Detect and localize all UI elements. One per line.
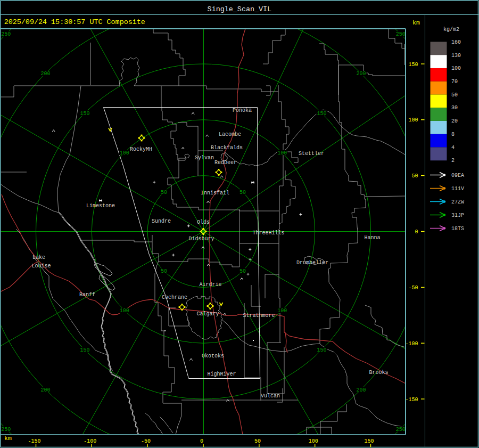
svg-text:100: 100 — [408, 117, 418, 123]
svg-text:100: 100 — [120, 308, 129, 314]
svg-text:20: 20 — [451, 118, 458, 124]
svg-text:160: 160 — [451, 39, 461, 45]
svg-text:50: 50 — [161, 190, 167, 196]
svg-text:30: 30 — [451, 105, 458, 111]
svg-text:Brooks: Brooks — [369, 370, 389, 376]
svg-text:150: 150 — [317, 347, 326, 353]
svg-text:Airdrie: Airdrie — [200, 282, 222, 288]
svg-text:Sundre: Sundre — [152, 218, 171, 224]
svg-text:150: 150 — [364, 438, 374, 444]
svg-text:Single_Scan_VIL: Single_Scan_VIL — [208, 5, 272, 13]
svg-text:Strathmore: Strathmore — [243, 313, 275, 319]
svg-text:70: 70 — [451, 79, 458, 85]
svg-text:2025/09/24 15:30:57 UTC Compos: 2025/09/24 15:30:57 UTC Composite — [4, 18, 145, 26]
svg-text:Blackfalds: Blackfalds — [211, 145, 243, 151]
svg-text:Lake: Lake — [32, 255, 45, 260]
svg-text:Okotoks: Okotoks — [202, 353, 224, 359]
svg-text:100: 100 — [277, 150, 287, 156]
svg-text:Vulcan: Vulcan — [261, 393, 280, 399]
svg-text:0: 0 — [200, 438, 203, 444]
svg-text:09EA: 09EA — [451, 173, 464, 178]
svg-text:50: 50 — [451, 92, 458, 98]
svg-text:250: 250 — [1, 427, 11, 433]
svg-text:2: 2 — [451, 158, 455, 164]
svg-text:100: 100 — [451, 66, 461, 71]
svg-text:HighRiver: HighRiver — [208, 371, 236, 377]
svg-text:18TS: 18TS — [451, 226, 464, 232]
svg-text:250: 250 — [396, 31, 406, 37]
svg-text:50: 50 — [411, 173, 418, 179]
svg-text:0: 0 — [415, 229, 418, 235]
svg-text:50: 50 — [240, 268, 246, 274]
svg-text:-100: -100 — [84, 438, 96, 444]
svg-text:50: 50 — [161, 268, 167, 274]
svg-text:100: 100 — [120, 150, 129, 156]
svg-text:Louise: Louise — [32, 263, 51, 269]
svg-text:200: 200 — [40, 387, 50, 393]
svg-text:kg/m2: kg/m2 — [443, 27, 459, 32]
svg-text:-100: -100 — [405, 341, 418, 347]
svg-text:Banff: Banff — [79, 292, 95, 298]
svg-text:Sylvan: Sylvan — [195, 155, 214, 161]
svg-text:km: km — [4, 435, 12, 442]
svg-text:-50: -50 — [141, 438, 151, 444]
svg-text:-150: -150 — [405, 397, 418, 403]
svg-text:Ponoka: Ponoka — [233, 108, 252, 113]
svg-text:150: 150 — [80, 111, 90, 117]
svg-text:200: 200 — [40, 71, 50, 77]
svg-text:km: km — [412, 19, 420, 26]
svg-text:Stettler: Stettler — [299, 151, 324, 157]
svg-text:ThreeHills: ThreeHills — [253, 230, 285, 236]
svg-text:200: 200 — [357, 387, 366, 393]
svg-text:50: 50 — [254, 438, 261, 444]
svg-text:250: 250 — [1, 31, 11, 37]
svg-text:4: 4 — [451, 145, 455, 151]
svg-text:Innisfail: Innisfail — [201, 190, 229, 196]
svg-text:Olds: Olds — [197, 219, 210, 225]
svg-text:Limestone: Limestone — [86, 203, 115, 209]
svg-text:-50: -50 — [408, 285, 418, 291]
svg-text:150: 150 — [408, 62, 418, 68]
svg-text:Cochrane: Cochrane — [162, 295, 187, 300]
svg-text:250: 250 — [396, 427, 406, 433]
svg-text:Hanna: Hanna — [365, 235, 381, 241]
svg-text:Drumheller: Drumheller — [296, 260, 328, 266]
svg-text:150: 150 — [80, 347, 90, 353]
svg-text:111V: 111V — [451, 186, 464, 192]
svg-text:100: 100 — [309, 438, 318, 444]
svg-text:27ZW: 27ZW — [451, 199, 464, 205]
svg-text:150: 150 — [317, 111, 326, 117]
svg-text:8: 8 — [451, 132, 455, 137]
svg-text:Lacombe: Lacombe — [219, 132, 241, 137]
svg-text:Calgary: Calgary — [197, 311, 219, 317]
svg-text:200: 200 — [357, 71, 366, 77]
svg-text:130: 130 — [451, 53, 461, 59]
svg-text:100: 100 — [277, 308, 287, 314]
svg-text:Didsbury: Didsbury — [189, 236, 214, 242]
svg-text:-150: -150 — [28, 438, 40, 444]
svg-text:50: 50 — [240, 190, 246, 196]
svg-text:RedDeer: RedDeer — [214, 160, 237, 166]
svg-text:31JP: 31JP — [451, 213, 464, 218]
svg-text:RockyMH: RockyMH — [130, 146, 152, 152]
